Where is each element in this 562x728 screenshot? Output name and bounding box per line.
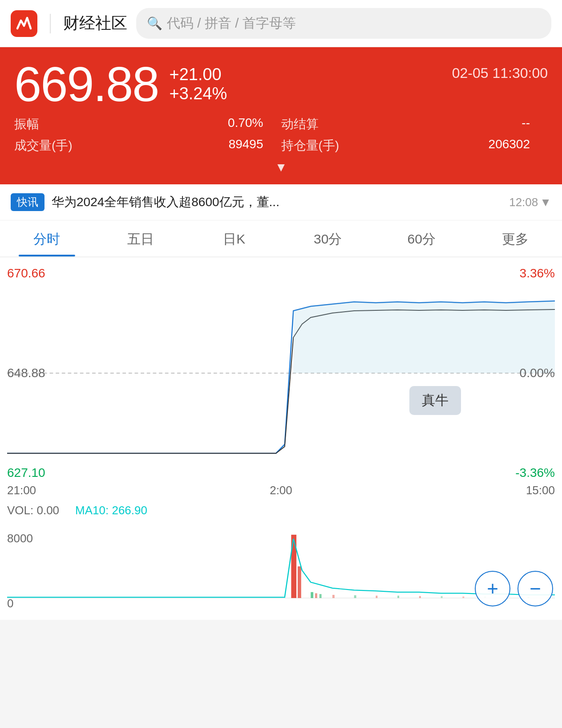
ma-label: MA10: 266.90 [75,504,147,517]
stat-label-chengjiao: 成交量(手) [14,137,148,154]
stat-value-zhenfu: 0.70% [148,116,281,133]
volume-chart-wrapper: 8000 0 [0,531,562,620]
tab-60fen[interactable]: 60分 [375,220,469,256]
stock-change-abs: +21.00 [169,65,227,84]
tab-more[interactable]: 更多 [469,220,562,256]
svg-rect-8 [332,595,335,598]
header: 财经社区 🔍 代码 / 拼音 / 首字母等 [0,0,562,47]
search-icon: 🔍 [147,16,162,31]
vol-label: VOL: 0.00 [7,504,59,517]
volume-chart-svg [7,531,555,602]
svg-rect-9 [354,595,356,598]
svg-rect-6 [315,593,317,598]
stat-value-chicang: 206302 [414,137,548,154]
vol-low-label: 0 [7,598,13,609]
svg-marker-1 [293,301,555,373]
svg-rect-7 [319,594,322,598]
search-placeholder: 代码 / 拼音 / 首字母等 [167,14,296,33]
svg-rect-3 [291,535,296,598]
tab-bar: 分时 五日 日K 30分 60分 更多 [0,220,562,257]
time-labels: 21:00 2:00 15:00 [0,480,562,501]
stat-value-dongjiesuan: -- [414,116,548,133]
main-chart-wrapper: 670.66 648.88 627.10 3.36% 0.00% -3.36% [0,266,562,480]
chart-area: 670.66 648.88 627.10 3.36% 0.00% -3.36% [0,257,562,620]
news-time: 12:08 ▼ [509,195,551,209]
stat-label-dongjiesuan: 动结算 [281,116,415,133]
stat-label-chicang: 持仓量(手) [281,137,415,154]
zoom-out-button[interactable]: − [518,571,553,606]
app-title: 财经社区 [63,12,127,34]
time-mid: 2:00 [270,484,292,497]
header-divider [50,14,51,33]
stock-change-pct: +3.24% [169,84,227,103]
expand-icon[interactable]: ▼ [275,160,287,175]
svg-rect-12 [419,596,421,598]
zoom-buttons: + − [475,571,553,606]
news-chevron-icon: ▼ [540,195,551,209]
chart-container: 670.66 648.88 627.10 3.36% 0.00% -3.36% [0,257,562,620]
stat-value-chengjiao: 89495 [148,137,281,154]
tab-rik[interactable]: 日K [187,220,281,256]
svg-rect-10 [376,596,377,598]
news-badge: 快讯 [11,193,44,211]
vol-stats: VOL: 0.00 MA10: 266.90 [0,501,562,522]
stock-stats: 振幅 0.70% 动结算 -- 成交量(手) 89495 持仓量(手) 2063… [14,116,548,154]
zoom-in-button[interactable]: + [475,571,510,606]
tab-30fen[interactable]: 30分 [281,220,375,256]
svg-rect-4 [298,566,301,598]
news-text: 华为2024全年销售收入超8600亿元，董... [52,194,502,211]
news-ticker[interactable]: 快讯 华为2024全年销售收入超8600亿元，董... 12:08 ▼ [0,184,562,220]
stock-banner: 669.88 +21.00 +3.24% 02-05 11:30:00 振幅 0… [0,47,562,184]
price-chart-svg [7,266,555,480]
stock-price: 669.88 [14,60,158,109]
stat-label-zhenfu: 振幅 [14,116,148,133]
search-bar[interactable]: 🔍 代码 / 拼音 / 首字母等 [136,8,551,39]
svg-rect-11 [397,596,399,598]
vol-high-label: 8000 [7,533,33,544]
svg-rect-14 [462,597,464,598]
time-end: 15:00 [526,484,555,497]
stock-datetime: 02-05 11:30:00 [452,60,548,81]
svg-rect-13 [441,596,443,598]
svg-rect-5 [311,592,313,598]
app-logo [11,10,37,37]
time-start: 21:00 [7,484,36,497]
tab-fenshi[interactable]: 分时 [0,220,94,256]
tab-wuri[interactable]: 五日 [94,220,188,256]
